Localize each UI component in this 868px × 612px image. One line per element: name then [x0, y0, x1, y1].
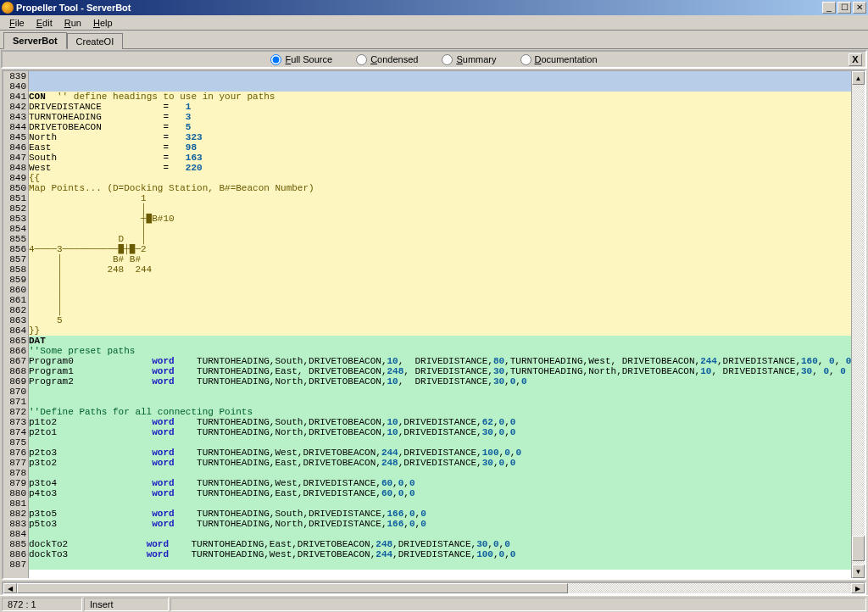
vscroll-track[interactable]: [852, 85, 865, 565]
app-icon: [2, 2, 14, 14]
code-line[interactable]: │ 248 244: [29, 264, 851, 275]
code-line[interactable]: North = 323: [29, 132, 851, 142]
code-line[interactable]: 1: [29, 193, 851, 203]
hscroll-thumb[interactable]: [17, 583, 568, 593]
code-line[interactable]: │: [29, 224, 851, 234]
code-line[interactable]: │: [29, 203, 851, 214]
code-line[interactable]: [29, 71, 851, 81]
status-insert-mode: Insert: [84, 598, 169, 611]
code-line[interactable]: dockTo2 word TURNTOHEADING,East,DRIVETOB…: [29, 539, 851, 549]
view-doc-radio[interactable]: [520, 54, 531, 65]
view-close-button[interactable]: X: [849, 53, 862, 66]
scroll-up-button[interactable]: ▲: [852, 71, 865, 85]
code-line[interactable]: p5to3 word TURNTOHEADING,North,DRIVEDIST…: [29, 519, 851, 529]
code-line[interactable]: [29, 559, 851, 570]
minimize-button[interactable]: _: [822, 2, 836, 14]
code-line[interactable]: East = 98: [29, 142, 851, 153]
code-line[interactable]: p3to2 word TURNTOHEADING,East,DRIVETOBEA…: [29, 458, 851, 468]
code-line[interactable]: Program2 word TURNTOHEADING,North,DRIVET…: [29, 376, 851, 387]
code-line[interactable]: │: [29, 305, 851, 315]
scroll-down-button[interactable]: ▼: [852, 565, 865, 578]
code-line[interactable]: DRIVEDISTANCE = 1: [29, 102, 851, 112]
view-condensed[interactable]: Condensed: [356, 54, 418, 65]
code-area[interactable]: CON '' define headings to use in your pa…: [29, 71, 851, 578]
code-line[interactable]: TURNTOHEADING = 3: [29, 112, 851, 122]
menu-run[interactable]: Run: [58, 17, 87, 29]
vscroll-thumb[interactable]: [852, 536, 865, 561]
code-line[interactable]: │: [29, 295, 851, 305]
code-line[interactable]: p4to3 word TURNTOHEADING,East,DRIVEDISTA…: [29, 488, 851, 498]
tab-bar: ServerBot CreateOI: [0, 31, 868, 49]
code-line[interactable]: 4────3──────────█┼█─2: [29, 244, 851, 254]
horizontal-scrollbar[interactable]: ◀ ▶: [2, 581, 866, 595]
view-full-source[interactable]: Full Source: [270, 54, 332, 65]
view-condensed-radio[interactable]: [356, 54, 367, 65]
code-line[interactable]: West = 220: [29, 163, 851, 173]
view-documentation[interactable]: Documentation: [520, 54, 598, 65]
menu-edit[interactable]: Edit: [31, 17, 58, 29]
vertical-scrollbar[interactable]: ▲ ▼: [851, 71, 865, 578]
scroll-right-button[interactable]: ▶: [851, 583, 865, 593]
view-summary[interactable]: Summary: [442, 54, 496, 65]
code-line[interactable]: }}: [29, 325, 851, 336]
code-line[interactable]: ''Some preset paths: [29, 346, 851, 356]
code-line[interactable]: [29, 498, 851, 509]
code-line[interactable]: dockTo3 word TURNTOHEADING,West,DRIVETOB…: [29, 549, 851, 559]
menu-bar: File Edit Run Help: [0, 15, 868, 31]
code-line[interactable]: │: [29, 285, 851, 295]
code-editor[interactable]: 8398408418428438448458468478488498508518…: [2, 70, 866, 580]
code-line[interactable]: DRIVETOBEACON = 5: [29, 122, 851, 132]
code-line[interactable]: Program1 word TURNTOHEADING,East, DRIVET…: [29, 366, 851, 376]
code-line[interactable]: {{: [29, 173, 851, 183]
code-line[interactable]: p2to3 word TURNTOHEADING,West,DRIVETOBEA…: [29, 448, 851, 458]
title-bar: Propeller Tool - ServerBot _ ☐ ✕: [0, 0, 868, 15]
scroll-left-button[interactable]: ◀: [3, 583, 17, 593]
code-line[interactable]: [29, 397, 851, 407]
hscroll-track[interactable]: [17, 583, 851, 593]
code-line[interactable]: ''Define Paths for all connecting Points: [29, 407, 851, 417]
code-line[interactable]: [29, 387, 851, 397]
code-line[interactable]: Program0 word TURNTOHEADING,South,DRIVET…: [29, 356, 851, 366]
code-line[interactable]: South = 163: [29, 153, 851, 163]
menu-file[interactable]: File: [3, 17, 31, 29]
code-line[interactable]: [29, 529, 851, 539]
code-line[interactable]: p1to2 word TURNTOHEADING,South,DRIVETOBE…: [29, 417, 851, 427]
code-line[interactable]: p2to1 word TURNTOHEADING,North,DRIVETOBE…: [29, 427, 851, 437]
status-position: 872 : 1: [2, 598, 82, 611]
code-line[interactable]: DAT: [29, 336, 851, 346]
tab-createoi[interactable]: CreateOI: [67, 33, 124, 49]
code-line[interactable]: [29, 81, 851, 92]
code-line[interactable]: [29, 468, 851, 478]
view-mode-bar: Full Source Condensed Summary Documentat…: [1, 50, 867, 69]
code-line[interactable]: [29, 437, 851, 448]
view-full-radio[interactable]: [270, 54, 281, 65]
code-line[interactable]: ┼█B#10: [29, 214, 851, 224]
view-summary-radio[interactable]: [442, 54, 453, 65]
code-line[interactable]: CON '' define headings to use in your pa…: [29, 92, 851, 102]
status-empty: [170, 598, 866, 611]
code-line[interactable]: D │: [29, 234, 851, 244]
status-bar: 872 : 1 Insert: [0, 595, 868, 612]
code-line[interactable]: │ B# B#: [29, 254, 851, 264]
window-title: Propeller Tool - ServerBot: [16, 3, 822, 13]
code-line[interactable]: │: [29, 275, 851, 285]
menu-help[interactable]: Help: [87, 17, 119, 29]
maximize-button[interactable]: ☐: [837, 2, 851, 14]
tab-serverbot[interactable]: ServerBot: [3, 32, 67, 49]
code-line[interactable]: p3to4 word TURNTOHEADING,West,DRIVEDISTA…: [29, 478, 851, 488]
code-line[interactable]: p3to5 word TURNTOHEADING,South,DRIVEDIST…: [29, 509, 851, 519]
line-number-gutter: 8398408418428438448458468478488498508518…: [3, 71, 29, 578]
close-button[interactable]: ✕: [853, 2, 866, 14]
code-line[interactable]: 5: [29, 315, 851, 325]
code-line[interactable]: Map Points... (D=Docking Station, B#=Bea…: [29, 183, 851, 193]
